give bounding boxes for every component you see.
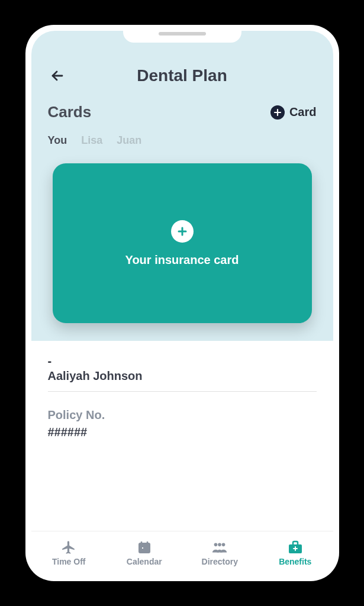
- svg-point-7: [222, 543, 226, 547]
- nav-directory[interactable]: Directory: [182, 531, 258, 575]
- add-card-button[interactable]: Card: [270, 105, 317, 120]
- add-card-label: Card: [289, 105, 317, 119]
- svg-point-5: [214, 543, 218, 547]
- policy-value: ######: [48, 426, 317, 439]
- calendar-icon: [136, 540, 153, 555]
- nav-label: Directory: [202, 557, 238, 566]
- insurance-card-label: Your insurance card: [125, 253, 239, 267]
- nav-label: Calendar: [127, 557, 162, 566]
- plus-circle-icon: [270, 105, 285, 120]
- back-button[interactable]: [48, 66, 67, 85]
- bottom-nav: Time Off Calendar Directory Benefits: [31, 531, 333, 575]
- nav-benefits[interactable]: Benefits: [257, 531, 333, 575]
- nav-calendar[interactable]: Calendar: [107, 531, 182, 575]
- insurance-card[interactable]: Your insurance card: [53, 163, 312, 323]
- header: Dental Plan: [48, 66, 317, 85]
- phone-frame: Dental Plan Cards Card You Lisa Juan: [25, 25, 339, 581]
- tab-lisa[interactable]: Lisa: [81, 134, 102, 147]
- svg-point-6: [218, 543, 221, 547]
- people-icon: [211, 540, 228, 555]
- screen: Dental Plan Cards Card You Lisa Juan: [31, 31, 333, 575]
- nav-label: Time Off: [52, 557, 86, 566]
- details-section: - Aaliyah Johnson Policy No. ######: [31, 341, 333, 531]
- briefcase-plus-icon: [287, 540, 304, 555]
- plane-icon: [60, 540, 77, 555]
- nav-label: Benefits: [279, 557, 311, 566]
- cards-title: Cards: [48, 103, 92, 121]
- page-title: Dental Plan: [67, 66, 298, 85]
- member-name: Aaliyah Johnson: [48, 369, 317, 383]
- member-dash: -: [48, 355, 317, 367]
- policy-label: Policy No.: [48, 408, 317, 422]
- plus-circle-icon: [171, 220, 194, 243]
- member-tabs: You Lisa Juan: [48, 134, 317, 147]
- top-section: Dental Plan Cards Card You Lisa Juan: [31, 31, 333, 341]
- cards-header: Cards Card: [48, 103, 317, 121]
- member-block: - Aaliyah Johnson: [48, 355, 317, 392]
- nav-time-off[interactable]: Time Off: [31, 531, 107, 575]
- tab-you[interactable]: You: [48, 134, 67, 147]
- tab-juan[interactable]: Juan: [117, 134, 141, 147]
- phone-notch: [123, 25, 241, 43]
- arrow-left-icon: [50, 69, 65, 83]
- svg-rect-2: [141, 547, 144, 549]
- policy-block: Policy No. ######: [48, 408, 317, 439]
